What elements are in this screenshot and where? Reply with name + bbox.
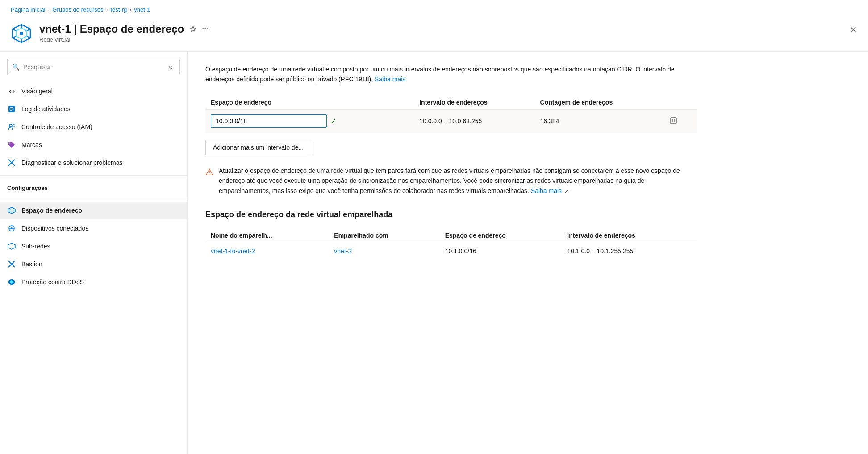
svg-marker-20	[9, 209, 14, 212]
collapse-sidebar-button[interactable]: «	[166, 62, 175, 72]
delete-cell[interactable]	[662, 109, 697, 133]
peered-with-cell[interactable]: vnet-2	[329, 243, 439, 259]
external-link-icon: ↗	[564, 188, 569, 194]
breadcrumb-vnet1: vnet-1	[134, 6, 150, 13]
search-icon: 🔍	[12, 63, 20, 71]
sidebar: 🔍 « ⇔ Visão geral Log de atividades Cont…	[0, 52, 188, 454]
tags-icon	[7, 140, 16, 149]
log-icon	[7, 105, 16, 114]
page-title: vnet-1 | Espaço de endereço ☆ ···	[39, 23, 857, 35]
svg-marker-19	[8, 207, 15, 214]
close-button[interactable]: ✕	[850, 25, 857, 35]
diagnose-icon	[7, 158, 16, 167]
page-subtitle: Rede virtual	[39, 36, 857, 43]
sidebar-item-label-bastion: Bastion	[21, 261, 42, 268]
sidebar-item-label-dispositivos: Dispositivos conectados	[21, 225, 88, 232]
description-main: O espaço de endereço de uma rede virtual…	[205, 66, 675, 83]
peered-address-space-cell: 10.1.0.0/16	[440, 243, 562, 259]
peered-col-address-range: Intervalo de endereços	[562, 228, 697, 243]
svg-rect-28	[670, 118, 676, 123]
peered-section: Espaço de endereço da rede virtual empar…	[205, 210, 850, 259]
peered-name-link[interactable]: vnet-1-to-vnet-2	[211, 248, 255, 255]
sidebar-item-label-ddos: Proteção contra DDoS	[21, 278, 84, 286]
main-layout: 🔍 « ⇔ Visão geral Log de atividades Cont…	[0, 52, 868, 454]
add-range-button[interactable]: Adicionar mais um intervalo de...	[205, 140, 311, 155]
svg-point-15	[12, 124, 15, 127]
sidebar-item-label-espaco: Espaço de endereço	[21, 207, 82, 214]
devices-icon	[7, 224, 16, 233]
favorite-icon[interactable]: ☆	[189, 24, 196, 34]
valid-check-icon: ✓	[330, 117, 336, 126]
content-area: O espaço de endereço de uma rede virtual…	[188, 52, 868, 454]
breadcrumb: Página Inicial › Grupos de recursos › te…	[0, 0, 868, 19]
sidebar-section-label: Configurações	[0, 179, 187, 194]
sidebar-item-marcas[interactable]: Marcas	[0, 136, 187, 154]
page-header: vnet-1 | Espaço de endereço ☆ ··· Rede v…	[0, 19, 868, 52]
peered-section-title: Espaço de endereço da rede virtual empar…	[205, 210, 850, 219]
peered-address-range-cell: 10.1.0.0 – 10.1.255.255	[562, 243, 697, 259]
address-input-container: ✓	[211, 114, 409, 128]
breadcrumb-sep-2: ›	[106, 7, 108, 13]
more-options-icon[interactable]: ···	[202, 25, 209, 34]
sidebar-item-visao-geral[interactable]: ⇔ Visão geral	[0, 82, 187, 100]
peered-col-peered-with: Emparelhado com	[329, 228, 439, 243]
warning-icon: ⚠	[205, 167, 213, 196]
peered-col-address-space: Espaço de endereço	[440, 228, 562, 243]
sidebar-divider-2	[0, 198, 187, 198]
sidebar-item-log-atividades[interactable]: Log de atividades	[0, 100, 187, 118]
sidebar-item-diagnosticar[interactable]: Diagnosticar e solucionar problemas	[0, 154, 187, 172]
search-box[interactable]: 🔍 «	[7, 59, 180, 75]
peered-name-cell[interactable]: vnet-1-to-vnet-2	[205, 243, 329, 259]
breadcrumb-sep-1: ›	[48, 7, 50, 13]
sidebar-divider	[0, 175, 187, 176]
breadcrumb-test-rg[interactable]: test-rg	[111, 6, 127, 13]
overview-icon: ⇔	[7, 87, 16, 96]
col-header-address-count: Contagem de endereços	[535, 95, 663, 110]
svg-point-22	[11, 227, 13, 229]
breadcrumb-home[interactable]: Página Inicial	[11, 6, 45, 13]
delete-address-button[interactable]	[668, 114, 679, 128]
page-title-text: vnet-1 | Espaço de endereço	[39, 23, 184, 35]
svg-point-14	[9, 124, 12, 127]
subnets-icon	[7, 242, 16, 251]
col-header-address-range: Intervalo de endereços	[414, 95, 534, 110]
address-count-cell: 16.384	[535, 109, 663, 133]
sidebar-item-label-sub-redes: Sub-redes	[21, 243, 50, 250]
header-title-block: vnet-1 | Espaço de endereço ☆ ··· Rede v…	[39, 23, 857, 43]
sidebar-item-iam[interactable]: Controle de acesso (IAM)	[0, 118, 187, 136]
vnet-icon	[11, 23, 32, 44]
sidebar-item-dispositivos[interactable]: Dispositivos conectados	[0, 219, 187, 237]
sidebar-item-label-log: Log de atividades	[21, 105, 71, 113]
sidebar-item-ddos[interactable]: Proteção contra DDoS	[0, 273, 187, 291]
peered-col-name: Nome do emparelh...	[205, 228, 329, 243]
warning-message: Atualizar o espaço de endereço de uma re…	[219, 167, 680, 194]
breadcrumb-sep-3: ›	[129, 7, 131, 13]
address-space-input[interactable]	[211, 114, 327, 128]
breadcrumb-resource-groups[interactable]: Grupos de recursos	[52, 6, 103, 13]
search-input[interactable]	[23, 63, 162, 71]
svg-marker-25	[8, 243, 15, 249]
address-space-table: Espaço de endereço Intervalo de endereço…	[205, 95, 697, 133]
peered-with-link[interactable]: vnet-2	[334, 248, 351, 255]
sidebar-item-label-diagnosticar: Diagnosticar e solucionar problemas	[21, 159, 122, 166]
sidebar-item-espaco-endereco[interactable]: Espaço de endereço	[0, 202, 187, 219]
description-text: O espaço de endereço de uma rede virtual…	[205, 64, 697, 84]
warning-box: ⚠ Atualizar o espaço de endereço de uma …	[205, 166, 697, 196]
sidebar-item-label-marcas: Marcas	[21, 141, 42, 148]
peered-table: Nome do emparelh... Emparelhado com Espa…	[205, 228, 697, 259]
address-space-cell[interactable]: ✓	[205, 109, 414, 133]
svg-point-9	[20, 32, 23, 35]
sidebar-item-bastion[interactable]: Bastion	[0, 255, 187, 273]
sidebar-item-sub-redes[interactable]: Sub-redes	[0, 237, 187, 255]
col-header-address-space: Espaço de endereço	[205, 95, 414, 110]
table-row: ✓ 10.0.0.0 – 10.0.63.255 16.384	[205, 109, 697, 133]
address-space-icon	[7, 206, 16, 215]
iam-icon	[7, 122, 16, 131]
warning-text: Atualizar o espaço de endereço de uma re…	[219, 166, 697, 196]
warning-learn-more-link[interactable]: Saiba mais	[531, 187, 562, 194]
sidebar-item-label-iam: Controle de acesso (IAM)	[21, 123, 92, 130]
sidebar-item-label-visao-geral: Visão geral	[21, 88, 53, 95]
description-learn-more-link[interactable]: Saiba mais	[375, 76, 405, 83]
table-row: vnet-1-to-vnet-2 vnet-2 10.1.0.0/16 10.1…	[205, 243, 697, 259]
address-range-cell: 10.0.0.0 – 10.0.63.255	[414, 109, 534, 133]
